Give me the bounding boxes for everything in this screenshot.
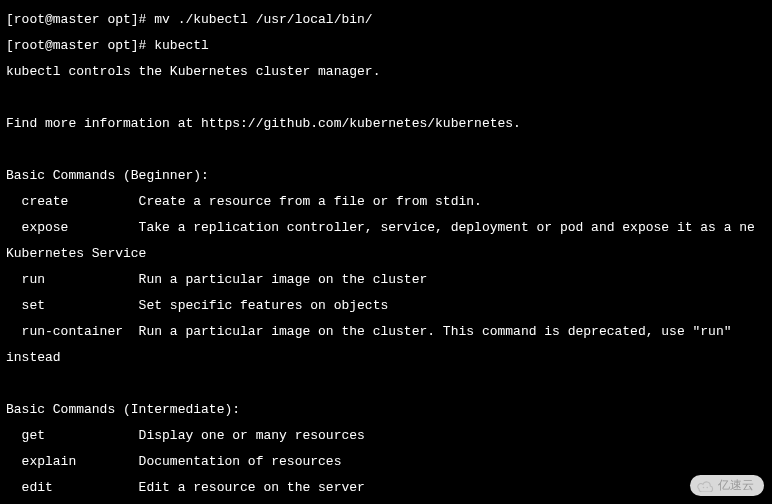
svg-point-0 xyxy=(703,486,705,488)
watermark-badge: 亿速云 xyxy=(690,475,764,496)
svg-point-1 xyxy=(707,486,709,488)
line xyxy=(6,377,766,390)
line: get Display one or many resources xyxy=(6,429,766,442)
line xyxy=(6,91,766,104)
line: Kubernetes Service xyxy=(6,247,766,260)
line: [root@master opt]# kubectl xyxy=(6,39,766,52)
line: edit Edit a resource on the server xyxy=(6,481,766,494)
line: expose Take a replication controller, se… xyxy=(6,221,766,234)
line: kubectl controls the Kubernetes cluster … xyxy=(6,65,766,78)
line: create Create a resource from a file or … xyxy=(6,195,766,208)
cloud-icon xyxy=(696,480,714,492)
line: instead xyxy=(6,351,766,364)
terminal-output[interactable]: [root@master opt]# mv ./kubectl /usr/loc… xyxy=(0,0,772,504)
line: Find more information at https://github.… xyxy=(6,117,766,130)
line: Basic Commands (Intermediate): xyxy=(6,403,766,416)
line xyxy=(6,143,766,156)
line: set Set specific features on objects xyxy=(6,299,766,312)
line: Basic Commands (Beginner): xyxy=(6,169,766,182)
line: [root@master opt]# mv ./kubectl /usr/loc… xyxy=(6,13,766,26)
watermark-text: 亿速云 xyxy=(718,479,754,492)
line: explain Documentation of resources xyxy=(6,455,766,468)
line: run Run a particular image on the cluste… xyxy=(6,273,766,286)
line: run-container Run a particular image on … xyxy=(6,325,766,338)
